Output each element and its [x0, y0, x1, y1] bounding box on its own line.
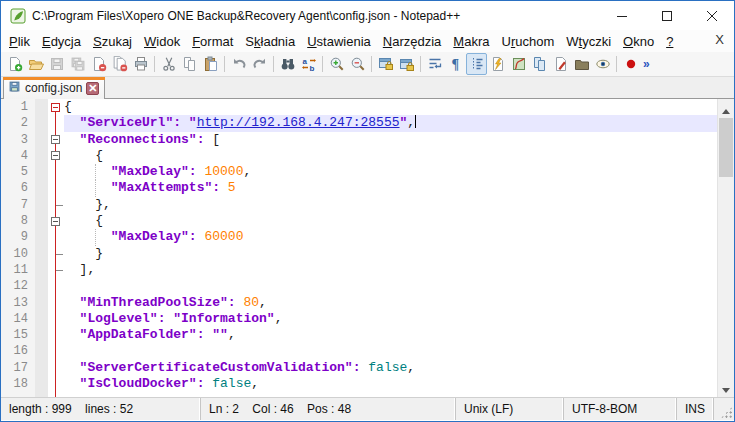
fold-collapse-icon[interactable] — [51, 135, 60, 144]
bookmark-margin[interactable] — [35, 213, 48, 229]
menu-close-button[interactable]: X — [715, 32, 724, 47]
preview-button[interactable] — [592, 53, 613, 75]
scrollbar-thumb[interactable] — [719, 118, 733, 177]
fold-collapse-icon[interactable] — [51, 217, 60, 226]
line-number: 4 — [1, 148, 35, 164]
code-line-text[interactable] — [64, 343, 717, 359]
bookmark-margin[interactable] — [35, 311, 48, 327]
zoom-out-button[interactable] — [347, 53, 368, 75]
editor-area[interactable]: 1{2 "ServiceUrl": "http://192.168.4.247:… — [1, 99, 734, 397]
code-line: 9 "MaxDelay": 60000 — [1, 229, 734, 245]
code-line-text[interactable]: "ServerCertificateCustomValidation": fal… — [64, 360, 717, 376]
code-line-text[interactable]: } — [64, 246, 717, 262]
find-button[interactable] — [277, 53, 298, 75]
menu-item-narzdzia[interactable]: Narzędzia — [377, 32, 448, 51]
bookmark-margin[interactable] — [35, 180, 48, 196]
code-line-text[interactable]: "MaxDelay": 60000 — [64, 229, 717, 245]
menu-item-makra[interactable]: Makra — [447, 32, 495, 51]
bookmark-margin[interactable] — [35, 327, 48, 343]
new-file-button[interactable] — [4, 53, 25, 75]
replace-button[interactable]: ab — [298, 53, 319, 75]
code-line-text[interactable]: "LogLevel": "Information", — [64, 311, 717, 327]
bookmark-margin[interactable] — [35, 99, 48, 115]
menu-item-uruchom[interactable]: Uruchom — [495, 32, 560, 51]
word-wrap-button[interactable] — [424, 53, 445, 75]
function-list-button[interactable] — [487, 53, 508, 75]
bookmark-margin[interactable] — [35, 115, 48, 131]
bookmark-margin[interactable] — [35, 197, 48, 213]
maximize-button[interactable] — [644, 1, 689, 30]
eol-format[interactable]: Unix (LF) — [456, 398, 564, 420]
code-line-text[interactable]: "ServiceUrl": "http://192.168.4.247:2855… — [64, 115, 717, 131]
file-monitoring-button[interactable] — [550, 53, 571, 75]
vertical-scrollbar[interactable] — [717, 99, 734, 397]
bookmark-margin[interactable] — [35, 343, 48, 359]
resize-grip[interactable] — [714, 398, 734, 420]
print-button[interactable] — [130, 53, 151, 75]
sync-vertical-scroll-button[interactable] — [375, 53, 396, 75]
copy-button[interactable] — [179, 53, 200, 75]
paste-button[interactable] — [200, 53, 221, 75]
show-indent-guide-button[interactable] — [466, 53, 487, 75]
open-file-button[interactable] — [25, 53, 46, 75]
code-line-text[interactable] — [64, 278, 717, 294]
bookmark-margin[interactable] — [35, 148, 48, 164]
code-line-text[interactable]: "AppDataFolder": "", — [64, 327, 717, 343]
cut-button[interactable] — [158, 53, 179, 75]
show-all-characters-button[interactable]: ¶ — [445, 53, 466, 75]
code-line-text[interactable]: }, — [64, 197, 717, 213]
cursor-position[interactable]: Ln : 2 Col : 46 Pos : 48 — [201, 398, 456, 420]
code-line-text[interactable]: { — [64, 213, 717, 229]
bookmark-margin[interactable] — [35, 246, 48, 262]
close-file-button[interactable] — [88, 53, 109, 75]
menu-item-widok[interactable]: Widok — [138, 32, 186, 51]
bookmark-margin[interactable] — [35, 376, 48, 392]
code-line-text[interactable]: "IsCloudDocker": false, — [64, 376, 717, 392]
url-link[interactable]: http://192.168.4.247:28555 — [197, 115, 400, 130]
zoom-in-button[interactable] — [326, 53, 347, 75]
document-list-button[interactable] — [529, 53, 550, 75]
menu-item-szukaj[interactable]: Szukaj — [87, 32, 138, 51]
bookmark-margin[interactable] — [35, 295, 48, 311]
menu-item-ustawienia[interactable]: Ustawienia — [301, 32, 377, 51]
code-line-text[interactable]: { — [64, 99, 717, 115]
code-line-text[interactable]: "MaxDelay": 10000, — [64, 164, 717, 180]
redo-button[interactable] — [249, 53, 270, 75]
tab-config.json[interactable]: config.json✕ — [3, 77, 105, 99]
minimize-button[interactable] — [599, 1, 644, 30]
close-all-files-button[interactable] — [109, 53, 130, 75]
close-button[interactable] — [689, 1, 734, 30]
record-macro-button[interactable] — [620, 53, 641, 75]
undo-button[interactable] — [228, 53, 249, 75]
menu-item-okno[interactable]: Okno — [617, 32, 660, 51]
bookmark-margin[interactable] — [35, 360, 48, 376]
fold-collapse-icon[interactable] — [51, 103, 60, 112]
insert-mode[interactable]: INS — [677, 398, 714, 420]
tab-close-icon[interactable]: ✕ — [86, 82, 99, 95]
bookmark-margin[interactable] — [35, 262, 48, 278]
code-line-text[interactable]: "MinThreadPoolSize": 80, — [64, 295, 717, 311]
code-line-text[interactable]: "Reconnections": [ — [64, 132, 717, 148]
code-line-text[interactable]: { — [64, 148, 717, 164]
folder-as-workspace-button[interactable] — [571, 53, 592, 75]
document-stats[interactable]: length : 999 lines : 52 — [1, 398, 201, 420]
menu-item-wtyczki[interactable]: Wtyczki — [560, 32, 617, 51]
code-line-text[interactable]: "MaxAttempts": 5 — [64, 180, 717, 196]
bookmark-margin[interactable] — [35, 132, 48, 148]
menu-item-edycja[interactable]: Edycja — [36, 32, 87, 51]
bookmark-margin[interactable] — [35, 278, 48, 294]
toolbar-overflow-chevron[interactable]: » — [643, 57, 650, 71]
sync-horizontal-scroll-button[interactable] — [396, 53, 417, 75]
menu-item-plik[interactable]: Plik — [3, 32, 36, 51]
bookmark-margin[interactable] — [35, 229, 48, 245]
scroll-down-arrow-icon[interactable] — [718, 380, 734, 397]
scroll-up-arrow-icon[interactable] — [718, 99, 734, 116]
code-line-text[interactable]: ], — [64, 262, 717, 278]
menu-item-format[interactable]: Format — [186, 32, 239, 51]
menu-item-?[interactable]: ? — [660, 32, 679, 51]
document-map-button[interactable] — [508, 53, 529, 75]
bookmark-margin[interactable] — [35, 164, 48, 180]
menu-item-skadnia[interactable]: Składnia — [239, 32, 301, 51]
fold-collapse-icon[interactable] — [51, 151, 60, 160]
encoding[interactable]: UTF-8-BOM — [564, 398, 677, 420]
